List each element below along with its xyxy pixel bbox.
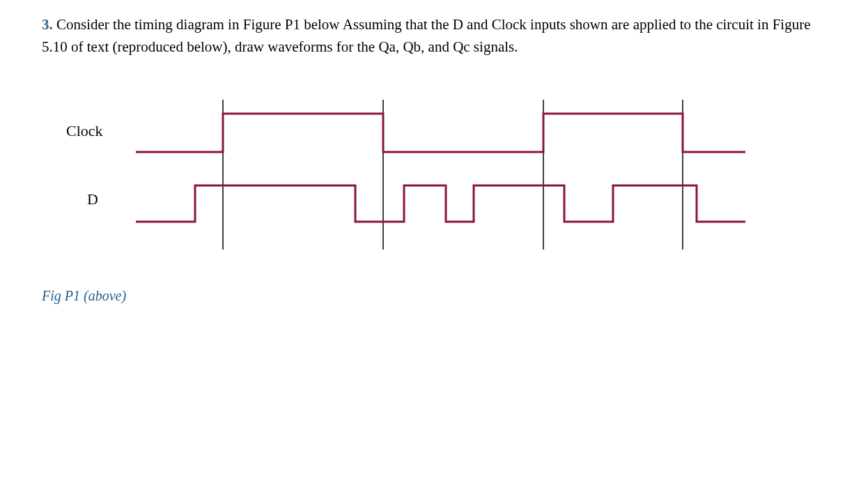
question-text: 3. Consider the timing diagram in Figure… — [42, 14, 826, 58]
timing-svg: Clock D — [56, 93, 752, 260]
d-label: D — [87, 190, 98, 208]
clock-label: Clock — [66, 122, 103, 139]
question-number: 3. — [42, 16, 53, 33]
question-body: Consider the timing diagram in Figure P1… — [42, 16, 811, 55]
timing-diagram: Clock D — [56, 93, 826, 260]
figure-caption: Fig P1 (above) — [42, 288, 826, 304]
d-waveform — [136, 185, 745, 222]
clock-waveform — [136, 114, 745, 152]
